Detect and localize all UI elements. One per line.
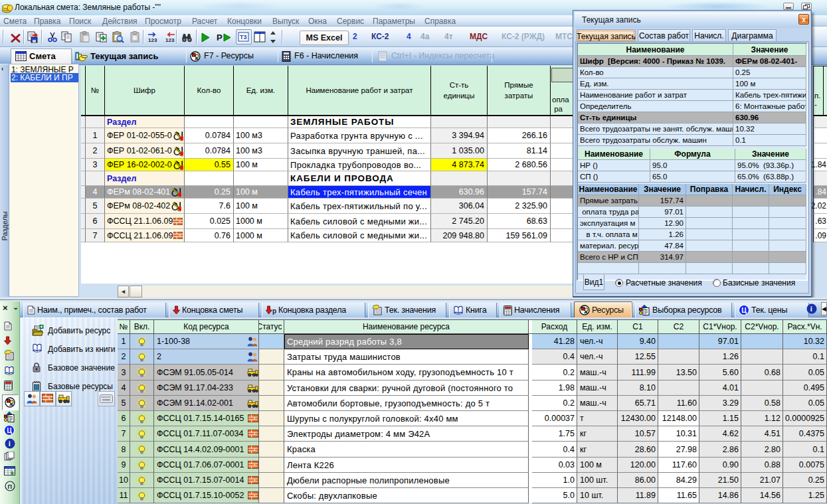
svg-text:Ц: Ц	[7, 426, 12, 434]
svg-text:P: P	[217, 33, 223, 42]
svg-text:Т3: Т3	[240, 34, 247, 41]
svg-text:123: 123	[148, 37, 157, 43]
svg-text:i: i	[810, 305, 812, 313]
svg-text:Ц: Ц	[741, 306, 747, 314]
svg-text:П: П	[8, 483, 12, 490]
svg-text:p: p	[272, 307, 276, 315]
svg-text:123: 123	[165, 37, 175, 43]
svg-text:i: i	[9, 440, 11, 448]
